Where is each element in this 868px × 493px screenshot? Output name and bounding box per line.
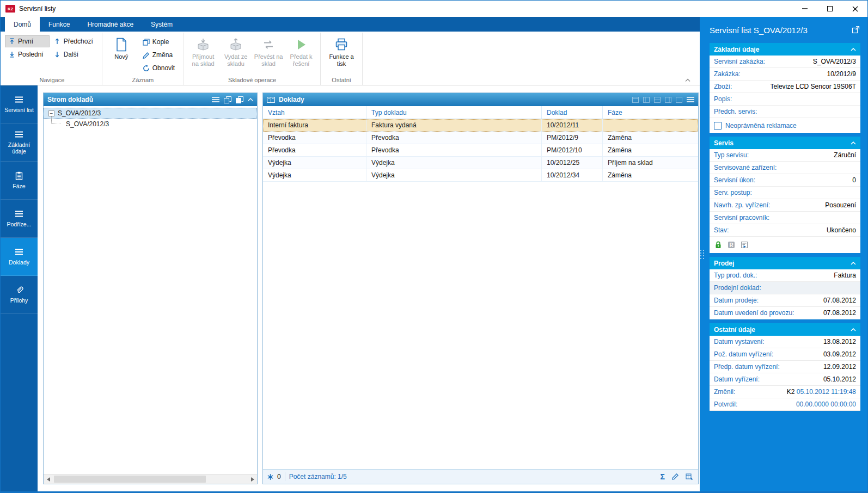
- collapse-ribbon-icon[interactable]: [684, 78, 691, 82]
- column-header-3[interactable]: Fáze: [603, 106, 698, 119]
- next-button[interactable]: Další: [51, 48, 99, 60]
- new-window-icon[interactable]: [236, 96, 243, 103]
- field-label: Popis:: [714, 95, 732, 103]
- detail-field[interactable]: Serv. postup:: [710, 187, 860, 199]
- detail-field[interactable]: Pož. datum vyřízení:03.09.2012: [710, 348, 860, 361]
- refresh-button[interactable]: Obnovit: [139, 62, 181, 74]
- detail-field[interactable]: Navrh. zp. vyřízení:Posouzení: [710, 199, 860, 212]
- refresh-condition-icon[interactable]: [267, 474, 273, 480]
- tab-system[interactable]: Systém: [142, 17, 181, 32]
- sidebar-item-5[interactable]: Přílohy: [1, 276, 38, 314]
- table-row-3[interactable]: VýdejkaVýdejka10/2012/25Příjem na sklad: [263, 157, 698, 169]
- previous-button[interactable]: Předchozí: [51, 35, 99, 47]
- copy-button[interactable]: Kopie: [139, 36, 181, 48]
- status-counter: 0: [277, 473, 281, 480]
- section-header[interactable]: Ostatní údaje: [710, 323, 860, 336]
- sidebar-item-2[interactable]: Fáze: [1, 162, 38, 200]
- detail-field[interactable]: Datum uvedení do provozu:07.08.2012: [710, 307, 860, 319]
- detail-field[interactable]: Typ servisu:Záruční: [710, 149, 860, 162]
- submit-for-resolution-button[interactable]: Předat k řešení: [285, 34, 317, 76]
- detail-field[interactable]: Datum prodeje:07.08.2012: [710, 294, 860, 307]
- edit-table-icon[interactable]: [686, 473, 694, 480]
- section-header[interactable]: Základní údaje: [710, 43, 860, 56]
- detail-field[interactable]: Servisní úkon:0: [710, 174, 860, 187]
- table-cell: Záměna: [603, 169, 698, 181]
- receive-to-stock-button[interactable]: Přijmout na sklad: [187, 34, 219, 76]
- collapse-panel-icon[interactable]: [248, 98, 253, 101]
- r-badge-icon[interactable]: R: [726, 241, 736, 250]
- first-button[interactable]: První: [5, 35, 50, 47]
- sidebar-item-4[interactable]: Doklady: [1, 238, 38, 276]
- chevron-up-icon[interactable]: [851, 262, 856, 265]
- tree-node-0[interactable]: −S_OVA/2012/3: [44, 108, 257, 119]
- edit-record-icon[interactable]: [671, 473, 679, 480]
- tree-expander-icon[interactable]: −: [48, 110, 54, 116]
- close-button[interactable]: [842, 1, 867, 17]
- table-row-0[interactable]: Interní fakturaFaktura vydaná10/2012/11: [263, 119, 698, 132]
- chevron-up-icon[interactable]: [851, 328, 856, 331]
- panel-splitter[interactable]: [700, 17, 705, 491]
- detail-field[interactable]: Typ prod. dok.:Faktura: [710, 269, 860, 282]
- tree-horizontal-scrollbar[interactable]: [44, 474, 257, 484]
- scroll-right-icon[interactable]: [248, 474, 257, 484]
- detail-field[interactable]: Servisované zařízení:: [710, 162, 860, 174]
- open-in-window-icon[interactable]: [852, 26, 860, 34]
- tree-node-1[interactable]: S_OVA/2012/3: [44, 119, 257, 130]
- layout-icon[interactable]: [665, 97, 671, 103]
- list-icon: [15, 95, 23, 104]
- scrollbar-thumb[interactable]: [54, 476, 206, 483]
- layout-icon[interactable]: [632, 97, 639, 103]
- table-row-2[interactable]: PřevodkaPřevodkaPM/2012/10Záměna: [263, 144, 698, 157]
- detail-field[interactable]: Potvrdil:00.00.0000 00:00:00: [710, 398, 860, 411]
- menu-icon[interactable]: [687, 96, 694, 103]
- column-header-1[interactable]: Typ dokladu: [366, 106, 542, 119]
- table-cell: 10/2012/25: [542, 157, 603, 169]
- detail-field[interactable]: Předch. servis:: [710, 106, 860, 118]
- detail-field[interactable]: Datum vystavení:13.08.2012: [710, 336, 860, 348]
- layout-icon[interactable]: [654, 97, 661, 103]
- tab-hromadne-akce[interactable]: Hromadné akce: [78, 17, 142, 32]
- tab-domu[interactable]: Domů: [5, 17, 40, 32]
- menu-icon[interactable]: [212, 96, 219, 103]
- functions-print-button[interactable]: Funkce a tisk: [323, 34, 359, 76]
- column-header-2[interactable]: Doklad: [542, 106, 603, 119]
- detail-field[interactable]: Servisní zakázka:S_OVA/2012/3: [710, 56, 860, 68]
- detail-field[interactable]: Změnil:K2 05.10.2012 11:19:48: [710, 386, 860, 398]
- table-row-1[interactable]: PřevodkaPřevodkaPM/2012/9Záměna: [263, 132, 698, 144]
- detail-field[interactable]: Prodejní doklad:: [710, 282, 860, 294]
- chevron-up-icon[interactable]: [851, 48, 856, 51]
- sidebar-item-1[interactable]: Základní údaje: [1, 124, 38, 162]
- section-header[interactable]: Servis: [710, 137, 860, 149]
- cascade-windows-icon[interactable]: [224, 96, 231, 103]
- detail-field[interactable]: Datum vyřízení:05.10.2012: [710, 373, 860, 386]
- checkbox-icon[interactable]: [714, 122, 722, 130]
- protocol-icon[interactable]: [739, 241, 749, 250]
- column-header-0[interactable]: Vztah: [263, 106, 366, 119]
- maximize-button[interactable]: [817, 1, 842, 17]
- last-button[interactable]: Poslední: [5, 48, 50, 60]
- scroll-left-icon[interactable]: [44, 474, 53, 484]
- section-header[interactable]: Prodej: [710, 257, 860, 269]
- detail-field[interactable]: Zboží:Televize LCD Sencor 19S06T: [710, 81, 860, 93]
- table-row-4[interactable]: VýdejkaVýdejka10/2012/34Záměna: [263, 169, 698, 182]
- layout-icon[interactable]: [643, 97, 650, 103]
- tab-funkce[interactable]: Funkce: [40, 17, 78, 32]
- issue-from-stock-button[interactable]: Vydat ze skladu: [219, 34, 252, 76]
- sum-icon[interactable]: Σ: [661, 472, 665, 481]
- new-button[interactable]: Nový: [105, 34, 138, 76]
- sidebar-item-0[interactable]: Servisní list: [1, 85, 38, 124]
- transfer-to-stock-button[interactable]: Převést na sklad: [252, 34, 285, 76]
- sidebar-item-3[interactable]: Podříze...: [1, 200, 38, 238]
- field-label: Servisní pracovník:: [714, 214, 769, 221]
- scrollbar-track[interactable]: [53, 474, 248, 484]
- detail-field[interactable]: Servisní pracovník:: [710, 212, 860, 224]
- detail-field[interactable]: Stav:Ukončeno: [710, 224, 860, 237]
- detail-field[interactable]: Zakázka:10/2012/9: [710, 68, 860, 81]
- minimize-button[interactable]: [792, 1, 817, 17]
- detail-field[interactable]: Předp. datum vyřízení:12.09.2012: [710, 361, 860, 373]
- detail-field[interactable]: Popis:: [710, 93, 860, 106]
- change-button[interactable]: Změna: [139, 49, 181, 61]
- chevron-up-icon[interactable]: [851, 141, 856, 145]
- lock-icon[interactable]: [713, 241, 723, 250]
- layout-icon[interactable]: [676, 97, 682, 103]
